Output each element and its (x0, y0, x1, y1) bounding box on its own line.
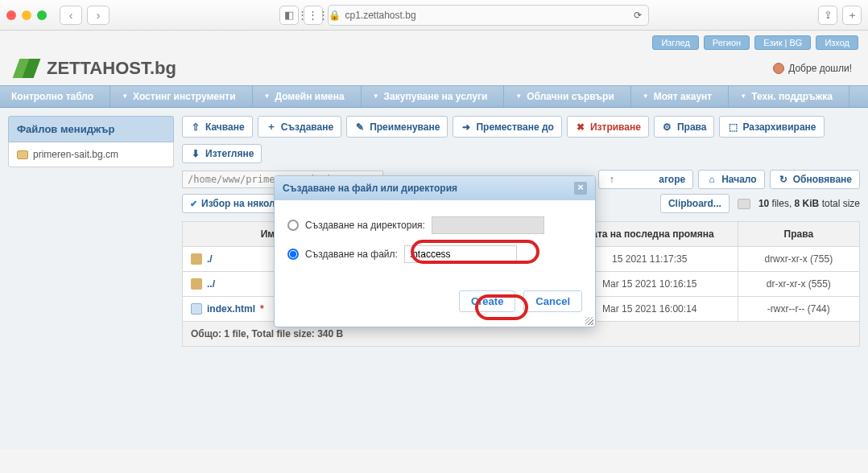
menu-buy[interactable]: ▼Закупуване на услуги (362, 86, 505, 107)
parent-folder-icon (191, 278, 202, 290)
minimize-window-icon[interactable] (22, 10, 31, 20)
window-controls (6, 10, 47, 20)
radio-checked-icon[interactable] (287, 249, 299, 260)
language-button[interactable]: Език | BG (754, 35, 811, 50)
download-button[interactable]: ⬇Изтегляне (182, 144, 262, 163)
toolbar-row-2: ⬇Изтегляне (182, 144, 860, 163)
stack-icon (738, 199, 750, 209)
upload-icon: ⇧ (190, 121, 201, 133)
sidebar-site-item[interactable]: primeren-sait.bg.cm (8, 142, 174, 167)
col-perm[interactable]: Права (738, 222, 859, 247)
refresh-button[interactable]: ↻Обновяване (770, 170, 860, 189)
file-name-input[interactable] (404, 245, 517, 263)
dialog-cancel-button[interactable]: Cancel (523, 290, 582, 312)
up-button[interactable]: ↑Нагореагоре (598, 170, 693, 189)
menu-hosting[interactable]: ▼Хостинг инструменти (110, 86, 252, 107)
create-button[interactable]: ＋Създаване (258, 116, 341, 138)
menu-dashboard[interactable]: Контролно табло (0, 86, 110, 107)
option-file-label: Създаване на файл: (305, 249, 398, 260)
dialog-create-button[interactable]: Create (459, 290, 515, 312)
maximize-window-icon[interactable] (37, 10, 47, 20)
forward-button[interactable]: › (87, 6, 110, 25)
region-button[interactable]: Регион (704, 35, 750, 50)
url-text: cp1.zettahost.bg (345, 10, 416, 21)
menu-support[interactable]: ▼Техн. поддръжка (729, 86, 849, 107)
apps-icon[interactable]: ⋮⋮⋮ (304, 6, 323, 25)
brand-name: ZETTAHOST.bg (47, 58, 176, 79)
rename-button[interactable]: ✎Преименуване (346, 116, 448, 138)
option-create-file[interactable]: Създаване на файл: (287, 245, 582, 263)
reload-icon[interactable]: ⟳ (634, 10, 642, 21)
new-tab-icon[interactable]: ＋ (842, 6, 862, 25)
dialog-header[interactable]: Създаване на файл или директория × (275, 176, 595, 200)
top-utility-bar: Изглед Регион Език | BG Изход (0, 31, 868, 55)
perms-button[interactable]: ⚙Права (654, 116, 715, 138)
browser-chrome: ‹ › ◧ ⋮⋮⋮ 🔒 cp1.zettahost.bg ⟳ ⇪ ＋ (0, 0, 868, 31)
option-create-dir[interactable]: Създаване на директория: (287, 216, 582, 234)
toolbar-row-1: ⇧Качване ＋Създаване ✎Преименуване ➜Преме… (182, 116, 860, 138)
address-bar[interactable]: 🔒 cp1.zettahost.bg ⟳ (328, 5, 649, 26)
welcome-user[interactable]: Добре дошли! (773, 63, 852, 74)
refresh-icon: ↻ (778, 174, 789, 185)
rename-icon: ✎ (354, 121, 366, 133)
archive-icon: ⬚ (727, 121, 738, 133)
download-icon: ⬇ (190, 148, 201, 159)
shield-icon[interactable]: ◧ (279, 6, 299, 25)
plus-icon: ＋ (266, 120, 277, 134)
back-button[interactable]: ‹ (60, 6, 82, 25)
menu-cloud[interactable]: ▼Облачни сървъри (504, 86, 630, 107)
logo-mark-icon (16, 59, 40, 78)
close-window-icon[interactable] (6, 10, 16, 20)
home-icon: ⌂ (706, 174, 717, 185)
home-button[interactable]: ⌂Начало (698, 170, 764, 189)
gear-icon: ⚙ (662, 121, 673, 133)
check-icon: ✔ (190, 199, 197, 209)
dialog-title: Създаване на файл или директория (283, 183, 457, 194)
radio-unchecked-icon[interactable] (287, 220, 299, 231)
site-name: primeren-sait.bg.cm (33, 149, 118, 160)
unarchive-button[interactable]: ⬚Разархивиране (719, 116, 824, 138)
user-avatar-icon (773, 63, 784, 74)
lock-icon: 🔒 (329, 10, 341, 21)
site-header: ZETTAHOST.bg Добре дошли! (0, 55, 868, 85)
folder-icon (17, 150, 28, 159)
welcome-text: Добре дошли! (788, 63, 852, 74)
move-button[interactable]: ➜Преместване до (453, 116, 562, 138)
page-icon (191, 303, 202, 315)
resize-handle-icon[interactable] (585, 317, 593, 325)
upload-button[interactable]: ⇧Качване (182, 116, 253, 138)
exit-button[interactable]: Изход (816, 35, 858, 50)
menu-account[interactable]: ▼Моят акаунт (631, 86, 729, 107)
delete-button[interactable]: ✖Изтриване (567, 116, 649, 138)
create-dialog: Създаване на файл или директория × Създа… (274, 175, 596, 327)
up-icon: ↑ (606, 174, 618, 185)
view-button[interactable]: Изглед (652, 35, 698, 50)
folder-icon (191, 253, 202, 265)
sidebar-title: Файлов мениджър (8, 116, 174, 142)
clipboard-button[interactable]: Clipboard... (660, 194, 730, 213)
dialog-close-button[interactable]: × (574, 182, 587, 195)
sidebar: Файлов мениджър primeren-sait.bg.cm (8, 116, 174, 441)
brand-logo[interactable]: ZETTAHOST.bg (16, 58, 176, 79)
share-icon[interactable]: ⇪ (818, 6, 837, 25)
dir-name-input (432, 216, 544, 234)
delete-icon: ✖ (575, 121, 586, 133)
file-stats: 10 files, 8 KiB total size (758, 198, 860, 209)
menu-domains[interactable]: ▼Домейн имена (253, 86, 362, 107)
main-menu: Контролно табло ▼Хостинг инструменти ▼До… (0, 85, 868, 108)
move-icon: ➜ (461, 121, 472, 133)
option-dir-label: Създаване на директория: (305, 220, 425, 231)
